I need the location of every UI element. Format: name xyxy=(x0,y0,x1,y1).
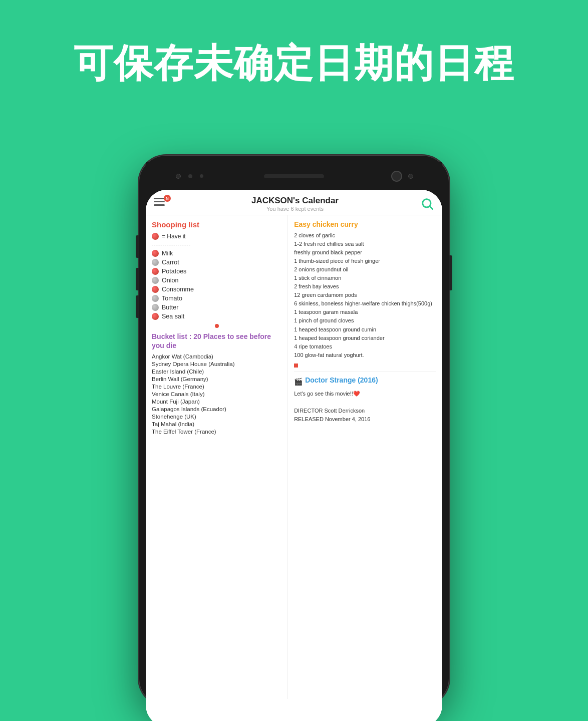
place-item: Angkor Wat (Cambodia) xyxy=(152,353,281,359)
phone-notch-bar xyxy=(146,162,442,190)
movie-clapper-icon: 🎬 xyxy=(294,378,303,386)
place-item: Berlin Wall (Germany) xyxy=(152,376,281,382)
movie-tagline: Let's go see this movie!!❤️ xyxy=(294,390,436,398)
list-item: Onion xyxy=(152,277,281,284)
movie-title: Doctor Strange (2016) xyxy=(305,376,378,384)
app-header: N JACKSON's Calendar You have 6 kept eve… xyxy=(146,190,442,215)
svg-line-1 xyxy=(430,206,432,209)
item-label: Sea salt xyxy=(162,313,184,320)
list-item: Potatoes xyxy=(152,268,281,275)
place-item: Venice Canals (Italy) xyxy=(152,391,281,397)
right-column: Easy chicken curry 2 cloves of garlic 1-… xyxy=(288,215,442,699)
list-item: Butter xyxy=(152,304,281,311)
legend-text: = Have it xyxy=(162,233,186,240)
bucket-list-title: Bucket list : 20 Places to see before yo… xyxy=(152,332,281,350)
recipe-ingredients: 2 cloves of garlic 1-2 fresh red chillie… xyxy=(294,231,436,359)
place-item: Sydney Opera House (Australia) xyxy=(152,361,281,367)
place-item: Stonehenge (UK) xyxy=(152,414,281,420)
content-area: Shooping list = Have it ----------------… xyxy=(146,215,442,699)
recipe-title: Easy chicken curry xyxy=(294,220,436,228)
item-dot xyxy=(152,295,159,302)
item-dot xyxy=(152,277,159,284)
hero-text: 可保存未确定日期的日程 xyxy=(0,40,588,87)
app-screen: N JACKSON's Calendar You have 6 kept eve… xyxy=(146,190,442,699)
list-item: Sea salt xyxy=(152,313,281,320)
place-item: Easter Island (Chile) xyxy=(152,369,281,375)
item-dot xyxy=(152,259,159,266)
place-item: Galapagos Islands (Ecuador) xyxy=(152,406,281,412)
item-label: Consomme xyxy=(162,286,194,293)
front-camera-left xyxy=(176,174,181,179)
header-center: JACKSON's Calendar You have 6 kept event… xyxy=(251,196,339,212)
speaker-grille xyxy=(264,174,324,178)
right-divider-dot xyxy=(294,364,298,368)
list-item: Carrot xyxy=(152,259,281,266)
sensor-dot-1 xyxy=(188,174,192,178)
place-item: Mount Fuji (Japan) xyxy=(152,399,281,405)
section-divider-dot xyxy=(215,324,219,328)
phone-mockup: N JACKSON's Calendar You have 6 kept eve… xyxy=(139,155,449,706)
legend-row: = Have it xyxy=(152,233,281,240)
left-column: Shooping list = Have it ----------------… xyxy=(146,215,288,699)
item-label: Milk xyxy=(162,250,173,257)
calendar-title: JACKSON's Calendar xyxy=(251,196,339,206)
list-item: Tomato xyxy=(152,295,281,302)
place-item: Taj Mahal (India) xyxy=(152,421,281,427)
phone-screen: N JACKSON's Calendar You have 6 kept eve… xyxy=(146,190,442,721)
notification-badge: N xyxy=(164,195,171,202)
search-button[interactable] xyxy=(420,197,434,211)
menu-button[interactable]: N xyxy=(154,196,170,212)
item-label: Carrot xyxy=(162,259,179,266)
place-item: The Louvre (France) xyxy=(152,384,281,390)
place-item: The Eiffel Tower (France) xyxy=(152,429,281,435)
list-item: Milk xyxy=(152,250,281,257)
item-label: Potatoes xyxy=(162,268,186,275)
item-dot xyxy=(152,313,159,320)
item-label: Tomato xyxy=(162,295,182,302)
movie-section: 🎬 Doctor Strange (2016) Let's go see thi… xyxy=(294,372,436,424)
kept-events-subtitle: You have 6 kept events xyxy=(251,206,339,212)
item-label: Butter xyxy=(162,304,178,311)
item-label: Onion xyxy=(162,277,178,284)
phone-outer: N JACKSON's Calendar You have 6 kept eve… xyxy=(139,155,449,706)
sensor-dot-2 xyxy=(200,174,203,178)
dashes-divider: ------------------ xyxy=(152,242,281,247)
movie-director: DIRECTOR Scott Derrickson RELEASED Novem… xyxy=(294,407,436,423)
item-dot xyxy=(152,304,159,311)
list-item: Consomme xyxy=(152,286,281,293)
shopping-list-title: Shooping list xyxy=(152,220,281,229)
front-camera-right xyxy=(391,171,402,182)
item-dot xyxy=(152,250,159,257)
red-dot-legend xyxy=(152,233,159,240)
movie-title-row: 🎬 Doctor Strange (2016) xyxy=(294,376,436,387)
flash-sensor xyxy=(408,174,413,179)
item-dot xyxy=(152,286,159,293)
item-dot xyxy=(152,268,159,275)
